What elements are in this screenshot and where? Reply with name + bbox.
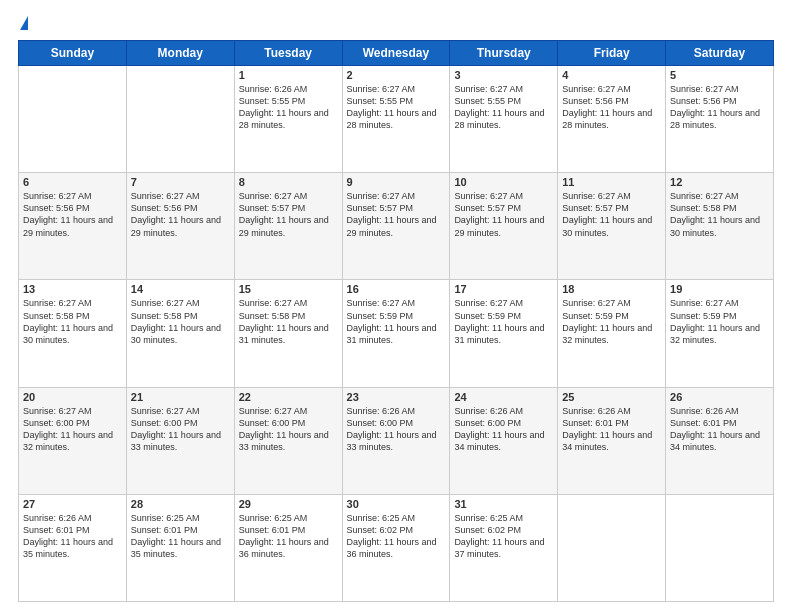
weekday-header: Monday xyxy=(126,41,234,66)
cell-info: Sunrise: 6:27 AMSunset: 5:57 PMDaylight:… xyxy=(562,190,661,239)
calendar-week-row: 1Sunrise: 6:26 AMSunset: 5:55 PMDaylight… xyxy=(19,66,774,173)
weekday-header: Saturday xyxy=(666,41,774,66)
day-number: 25 xyxy=(562,391,661,403)
day-number: 20 xyxy=(23,391,122,403)
calendar-cell: 26Sunrise: 6:26 AMSunset: 6:01 PMDayligh… xyxy=(666,387,774,494)
day-number: 26 xyxy=(670,391,769,403)
cell-info: Sunrise: 6:27 AMSunset: 5:57 PMDaylight:… xyxy=(347,190,446,239)
cell-info: Sunrise: 6:25 AMSunset: 6:01 PMDaylight:… xyxy=(131,512,230,561)
calendar-cell xyxy=(666,494,774,601)
day-number: 24 xyxy=(454,391,553,403)
day-number: 6 xyxy=(23,176,122,188)
cell-info: Sunrise: 6:27 AMSunset: 5:57 PMDaylight:… xyxy=(239,190,338,239)
header xyxy=(18,18,774,30)
calendar-cell: 24Sunrise: 6:26 AMSunset: 6:00 PMDayligh… xyxy=(450,387,558,494)
weekday-header: Thursday xyxy=(450,41,558,66)
calendar-week-row: 27Sunrise: 6:26 AMSunset: 6:01 PMDayligh… xyxy=(19,494,774,601)
cell-info: Sunrise: 6:26 AMSunset: 6:00 PMDaylight:… xyxy=(454,405,553,454)
cell-info: Sunrise: 6:27 AMSunset: 5:59 PMDaylight:… xyxy=(454,297,553,346)
calendar-cell: 10Sunrise: 6:27 AMSunset: 5:57 PMDayligh… xyxy=(450,173,558,280)
page: SundayMondayTuesdayWednesdayThursdayFrid… xyxy=(0,0,792,612)
cell-info: Sunrise: 6:25 AMSunset: 6:02 PMDaylight:… xyxy=(347,512,446,561)
day-number: 9 xyxy=(347,176,446,188)
calendar-cell: 12Sunrise: 6:27 AMSunset: 5:58 PMDayligh… xyxy=(666,173,774,280)
day-number: 28 xyxy=(131,498,230,510)
calendar-cell: 11Sunrise: 6:27 AMSunset: 5:57 PMDayligh… xyxy=(558,173,666,280)
calendar-cell: 19Sunrise: 6:27 AMSunset: 5:59 PMDayligh… xyxy=(666,280,774,387)
calendar-cell: 23Sunrise: 6:26 AMSunset: 6:00 PMDayligh… xyxy=(342,387,450,494)
calendar-cell: 17Sunrise: 6:27 AMSunset: 5:59 PMDayligh… xyxy=(450,280,558,387)
calendar-cell: 20Sunrise: 6:27 AMSunset: 6:00 PMDayligh… xyxy=(19,387,127,494)
calendar-cell: 25Sunrise: 6:26 AMSunset: 6:01 PMDayligh… xyxy=(558,387,666,494)
cell-info: Sunrise: 6:27 AMSunset: 5:55 PMDaylight:… xyxy=(454,83,553,132)
day-number: 1 xyxy=(239,69,338,81)
cell-info: Sunrise: 6:26 AMSunset: 6:00 PMDaylight:… xyxy=(347,405,446,454)
calendar-cell: 27Sunrise: 6:26 AMSunset: 6:01 PMDayligh… xyxy=(19,494,127,601)
calendar-cell: 1Sunrise: 6:26 AMSunset: 5:55 PMDaylight… xyxy=(234,66,342,173)
logo-icon xyxy=(20,16,28,30)
cell-info: Sunrise: 6:27 AMSunset: 5:59 PMDaylight:… xyxy=(670,297,769,346)
cell-info: Sunrise: 6:27 AMSunset: 5:58 PMDaylight:… xyxy=(670,190,769,239)
calendar-cell: 21Sunrise: 6:27 AMSunset: 6:00 PMDayligh… xyxy=(126,387,234,494)
calendar-cell: 29Sunrise: 6:25 AMSunset: 6:01 PMDayligh… xyxy=(234,494,342,601)
weekday-header: Tuesday xyxy=(234,41,342,66)
cell-info: Sunrise: 6:25 AMSunset: 6:02 PMDaylight:… xyxy=(454,512,553,561)
weekday-header-row: SundayMondayTuesdayWednesdayThursdayFrid… xyxy=(19,41,774,66)
weekday-header: Wednesday xyxy=(342,41,450,66)
day-number: 30 xyxy=(347,498,446,510)
day-number: 23 xyxy=(347,391,446,403)
day-number: 5 xyxy=(670,69,769,81)
day-number: 27 xyxy=(23,498,122,510)
day-number: 12 xyxy=(670,176,769,188)
calendar-week-row: 20Sunrise: 6:27 AMSunset: 6:00 PMDayligh… xyxy=(19,387,774,494)
cell-info: Sunrise: 6:27 AMSunset: 5:56 PMDaylight:… xyxy=(131,190,230,239)
calendar-cell: 15Sunrise: 6:27 AMSunset: 5:58 PMDayligh… xyxy=(234,280,342,387)
cell-info: Sunrise: 6:27 AMSunset: 5:57 PMDaylight:… xyxy=(454,190,553,239)
day-number: 7 xyxy=(131,176,230,188)
day-number: 21 xyxy=(131,391,230,403)
calendar-cell: 8Sunrise: 6:27 AMSunset: 5:57 PMDaylight… xyxy=(234,173,342,280)
day-number: 14 xyxy=(131,283,230,295)
calendar-table: SundayMondayTuesdayWednesdayThursdayFrid… xyxy=(18,40,774,602)
calendar-week-row: 13Sunrise: 6:27 AMSunset: 5:58 PMDayligh… xyxy=(19,280,774,387)
calendar-cell: 14Sunrise: 6:27 AMSunset: 5:58 PMDayligh… xyxy=(126,280,234,387)
day-number: 16 xyxy=(347,283,446,295)
calendar-week-row: 6Sunrise: 6:27 AMSunset: 5:56 PMDaylight… xyxy=(19,173,774,280)
calendar-cell: 28Sunrise: 6:25 AMSunset: 6:01 PMDayligh… xyxy=(126,494,234,601)
cell-info: Sunrise: 6:27 AMSunset: 5:56 PMDaylight:… xyxy=(562,83,661,132)
day-number: 29 xyxy=(239,498,338,510)
cell-info: Sunrise: 6:27 AMSunset: 6:00 PMDaylight:… xyxy=(23,405,122,454)
day-number: 13 xyxy=(23,283,122,295)
cell-info: Sunrise: 6:27 AMSunset: 5:58 PMDaylight:… xyxy=(131,297,230,346)
cell-info: Sunrise: 6:27 AMSunset: 6:00 PMDaylight:… xyxy=(131,405,230,454)
calendar-cell: 6Sunrise: 6:27 AMSunset: 5:56 PMDaylight… xyxy=(19,173,127,280)
day-number: 4 xyxy=(562,69,661,81)
cell-info: Sunrise: 6:27 AMSunset: 5:59 PMDaylight:… xyxy=(347,297,446,346)
day-number: 11 xyxy=(562,176,661,188)
calendar-cell: 3Sunrise: 6:27 AMSunset: 5:55 PMDaylight… xyxy=(450,66,558,173)
calendar-cell: 9Sunrise: 6:27 AMSunset: 5:57 PMDaylight… xyxy=(342,173,450,280)
cell-info: Sunrise: 6:27 AMSunset: 5:58 PMDaylight:… xyxy=(23,297,122,346)
cell-info: Sunrise: 6:26 AMSunset: 6:01 PMDaylight:… xyxy=(670,405,769,454)
day-number: 17 xyxy=(454,283,553,295)
logo-text xyxy=(18,18,28,30)
cell-info: Sunrise: 6:26 AMSunset: 6:01 PMDaylight:… xyxy=(562,405,661,454)
day-number: 15 xyxy=(239,283,338,295)
calendar-cell: 22Sunrise: 6:27 AMSunset: 6:00 PMDayligh… xyxy=(234,387,342,494)
cell-info: Sunrise: 6:26 AMSunset: 6:01 PMDaylight:… xyxy=(23,512,122,561)
calendar-cell: 18Sunrise: 6:27 AMSunset: 5:59 PMDayligh… xyxy=(558,280,666,387)
calendar-cell: 4Sunrise: 6:27 AMSunset: 5:56 PMDaylight… xyxy=(558,66,666,173)
day-number: 8 xyxy=(239,176,338,188)
calendar-cell: 2Sunrise: 6:27 AMSunset: 5:55 PMDaylight… xyxy=(342,66,450,173)
cell-info: Sunrise: 6:27 AMSunset: 6:00 PMDaylight:… xyxy=(239,405,338,454)
weekday-header: Sunday xyxy=(19,41,127,66)
cell-info: Sunrise: 6:25 AMSunset: 6:01 PMDaylight:… xyxy=(239,512,338,561)
calendar-cell xyxy=(558,494,666,601)
day-number: 19 xyxy=(670,283,769,295)
cell-info: Sunrise: 6:27 AMSunset: 5:59 PMDaylight:… xyxy=(562,297,661,346)
calendar-cell: 30Sunrise: 6:25 AMSunset: 6:02 PMDayligh… xyxy=(342,494,450,601)
day-number: 3 xyxy=(454,69,553,81)
calendar-cell: 5Sunrise: 6:27 AMSunset: 5:56 PMDaylight… xyxy=(666,66,774,173)
calendar-cell xyxy=(19,66,127,173)
cell-info: Sunrise: 6:26 AMSunset: 5:55 PMDaylight:… xyxy=(239,83,338,132)
